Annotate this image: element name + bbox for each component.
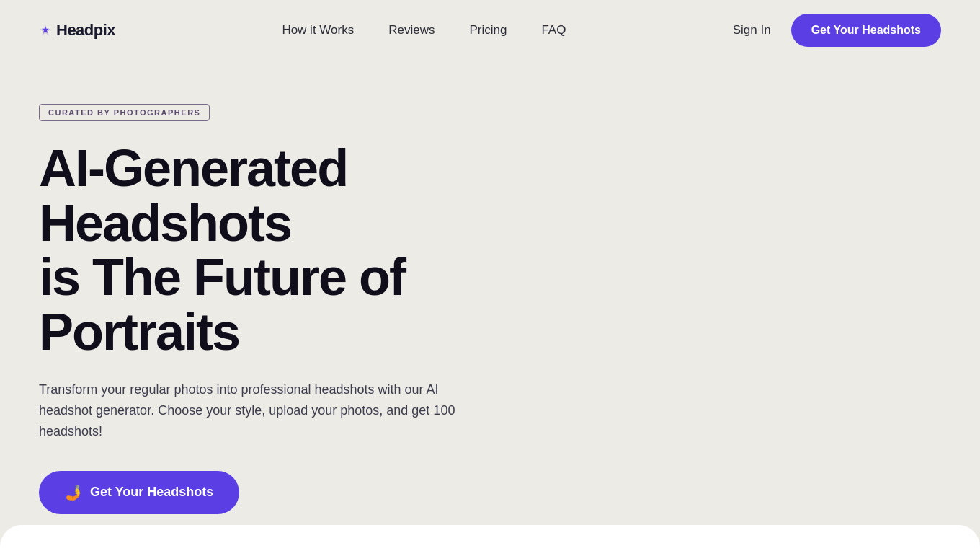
hero-title-line2: is The Future of [39,248,405,306]
hero-title: AI-Generated Headshots is The Future of … [39,141,509,359]
nav-link-pricing[interactable]: Pricing [469,23,507,37]
nav-link-reviews[interactable]: Reviews [388,23,435,37]
nav-item-how-it-works[interactable]: How it Works [282,23,354,38]
logo-text: Headpix [56,21,115,40]
navbar: Headpix How it Works Reviews Pricing FAQ… [0,0,980,61]
hero-section: CURATED BY PHOTOGRAPHERS AI-Generated He… [0,61,548,551]
hero-cta-button[interactable]: 🤳 Get Your Headshots [39,471,239,514]
bottom-section [0,525,980,551]
camera-icon: 🤳 [65,484,83,501]
hero-subtitle: Transform your regular photos into profe… [39,379,486,441]
hero-title-line1: AI-Generated Headshots [39,139,347,252]
logo-icon [39,24,52,37]
nav-cta-button[interactable]: Get Your Headshots [791,14,941,47]
hero-badge: CURATED BY PHOTOGRAPHERS [39,104,210,121]
hero-title-line3: Portraits [39,303,239,361]
sign-in-button[interactable]: Sign In [733,23,771,38]
nav-item-pricing[interactable]: Pricing [469,23,507,38]
hero-cta-label: Get Your Headshots [90,485,213,500]
nav-links: How it Works Reviews Pricing FAQ [282,23,566,38]
nav-item-faq[interactable]: FAQ [541,23,566,38]
nav-link-faq[interactable]: FAQ [541,23,566,37]
logo-link[interactable]: Headpix [39,21,115,40]
nav-link-how-it-works[interactable]: How it Works [282,23,354,37]
nav-right: Sign In Get Your Headshots [733,14,941,47]
nav-item-reviews[interactable]: Reviews [388,23,435,38]
